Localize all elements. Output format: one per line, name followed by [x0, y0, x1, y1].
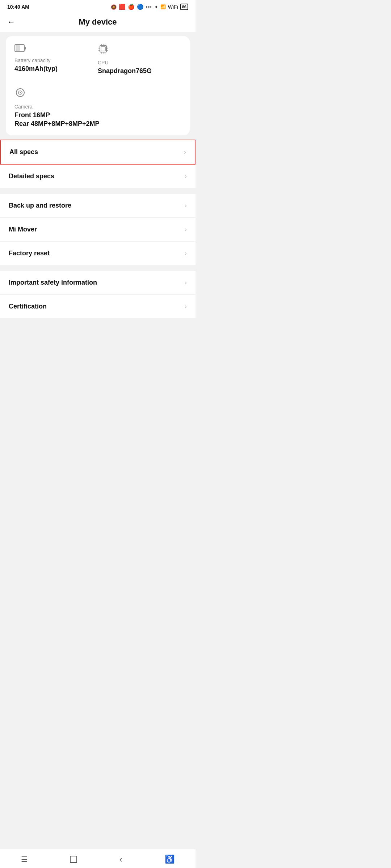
factory-reset-label: Factory reset: [9, 250, 50, 257]
detailed-specs-label: Detailed specs: [9, 173, 54, 180]
menu-item-safety[interactable]: Important safety information ›: [0, 271, 196, 295]
spec-card: Battery capacity 4160mAh(typ): [6, 36, 190, 135]
certification-chevron: ›: [185, 303, 187, 310]
cpu-label: CPU: [98, 60, 181, 65]
menu-item-certification[interactable]: Certification ›: [0, 295, 196, 318]
menu-item-all-specs[interactable]: All specs ›: [0, 140, 196, 165]
notification-mute-icon: 🔕: [111, 4, 117, 10]
battery-icon: [14, 43, 98, 55]
battery-value: 4160mAh(typ): [14, 65, 98, 73]
spec-grid: Battery capacity 4160mAh(typ): [14, 43, 181, 128]
svg-rect-2: [16, 45, 20, 51]
backup-label: Back up and restore: [9, 202, 71, 209]
app-icon-3: 🔵: [137, 4, 144, 10]
bluetooth-icon: ✦: [154, 4, 158, 10]
divider-1: [0, 191, 196, 194]
safety-label: Important safety information: [9, 279, 97, 286]
divider-2: [0, 268, 196, 271]
camera-icon: [14, 87, 181, 101]
header: ← My device: [0, 12, 196, 32]
cpu-value: Snapdragon765G: [98, 67, 181, 75]
back-button[interactable]: ←: [7, 17, 15, 27]
app-icon-1: 🟥: [119, 4, 126, 10]
signal-icon: 📶: [160, 4, 166, 9]
menu-item-factory-reset[interactable]: Factory reset ›: [0, 242, 196, 265]
camera-label: Camera: [14, 104, 181, 110]
battery-indicator: 86: [180, 4, 188, 10]
menu-group-specs: All specs › Detailed specs ›: [0, 140, 196, 188]
svg-rect-1: [24, 47, 26, 50]
safety-chevron: ›: [185, 279, 187, 286]
menu-group-legal: Important safety information › Certifica…: [0, 271, 196, 318]
page-title: My device: [79, 17, 117, 27]
menu-item-mi-mover[interactable]: Mi Mover ›: [0, 218, 196, 242]
wifi-icon: WiFi: [168, 4, 178, 10]
detailed-specs-chevron: ›: [185, 173, 187, 180]
mi-mover-chevron: ›: [185, 226, 187, 233]
menu-item-detailed-specs[interactable]: Detailed specs ›: [0, 165, 196, 188]
status-icons: 🔕 🟥 🍎 🔵 ••• ✦ 📶 WiFi 86: [111, 4, 188, 10]
battery-label: Battery capacity: [14, 58, 98, 63]
app-icon-2: 🍎: [128, 4, 135, 10]
svg-point-19: [20, 92, 21, 93]
certification-label: Certification: [9, 303, 47, 310]
backup-chevron: ›: [185, 202, 187, 209]
menu-item-backup[interactable]: Back up and restore ›: [0, 194, 196, 218]
spec-cpu: CPU Snapdragon765G: [98, 43, 181, 75]
status-bar: 10:40 AM 🔕 🟥 🍎 🔵 ••• ✦ 📶 WiFi 86: [0, 0, 196, 12]
mi-mover-label: Mi Mover: [9, 226, 37, 233]
factory-reset-chevron: ›: [185, 250, 187, 257]
spec-camera: Camera Front 16MP Rear 48MP+8MP+8MP+2MP: [14, 87, 181, 128]
cpu-icon: [98, 43, 181, 57]
menu-group-backup: Back up and restore › Mi Mover › Factory…: [0, 194, 196, 265]
status-time: 10:40 AM: [7, 4, 29, 10]
spec-battery: Battery capacity 4160mAh(typ): [14, 43, 98, 75]
more-icon: •••: [146, 4, 152, 10]
svg-rect-4: [101, 47, 105, 51]
all-specs-label: All specs: [9, 148, 38, 156]
svg-point-20: [20, 88, 21, 89]
all-specs-chevron: ›: [184, 148, 186, 156]
camera-value: Front 16MP Rear 48MP+8MP+8MP+2MP: [14, 111, 181, 128]
